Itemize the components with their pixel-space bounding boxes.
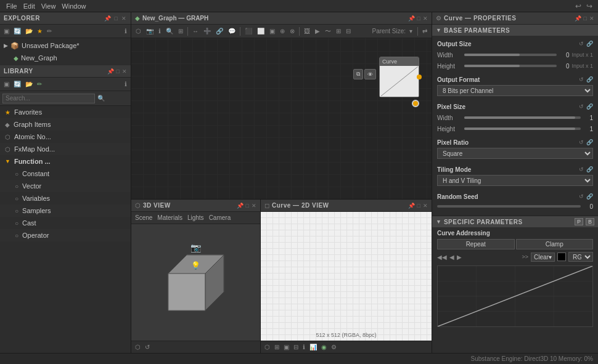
graph-tool-anim[interactable]: ▶ — [313, 27, 322, 35]
view3d-pin-btn[interactable]: 📌 — [237, 203, 244, 209]
view3d-close-btn[interactable]: ✕ — [252, 203, 256, 209]
tiling-mode-select[interactable]: H and V Tiling — [437, 175, 593, 186]
rgb-channel-select[interactable]: RGB — [568, 252, 593, 262]
library-item-atomic[interactable]: ⬡ Atomic No... — [0, 131, 131, 143]
curve-next-btn[interactable]: ▶ — [457, 254, 462, 261]
graph-tool-camera[interactable]: 📷 — [144, 27, 155, 35]
graph-tool-more[interactable]: ⊞ — [334, 27, 343, 35]
curve-clear-btn[interactable]: Clear▾ — [531, 253, 555, 262]
graph-tool-select[interactable]: ⬡ — [134, 27, 143, 35]
lib-tool-4[interactable]: ✏ — [36, 80, 43, 88]
pixel-height-slider[interactable] — [464, 127, 581, 130]
library-close-btn[interactable]: ✕ — [122, 68, 127, 75]
graph-tool-7[interactable]: ▣ — [268, 27, 277, 35]
graph-tool-move[interactable]: ↔ — [190, 27, 200, 35]
parent-size-dropdown[interactable]: ▾ — [407, 28, 415, 34]
library-pin-btn[interactable]: 📌 — [107, 68, 114, 75]
graph-max-btn[interactable]: □ — [417, 15, 420, 22]
output-format-reset-btn[interactable]: ↺ — [579, 76, 584, 83]
view-3d-menu-camera[interactable]: Camera — [209, 214, 231, 221]
library-item-fxmap[interactable]: ⬡ FxMap Nod... — [0, 143, 131, 155]
library-max-btn[interactable]: □ — [117, 68, 120, 75]
copy-btn[interactable]: ⧉ — [353, 69, 363, 79]
specific-params-p-btn[interactable]: P — [575, 218, 583, 225]
2d-tool-8[interactable]: ⚙ — [330, 343, 338, 351]
random-seed-slider[interactable] — [437, 205, 581, 208]
view-3d-menu-scene[interactable]: Scene — [135, 214, 152, 221]
3d-tool-1[interactable]: ⬡ — [134, 343, 142, 351]
lib-tool-2[interactable]: 🔄 — [12, 80, 22, 88]
library-item-vector[interactable]: ○ Vector — [0, 180, 131, 192]
library-item-function[interactable]: ▼ Function ... — [0, 155, 131, 168]
lib-tool-1[interactable]: ▣ — [2, 80, 10, 88]
graph-close-btn[interactable]: ✕ — [423, 15, 428, 22]
pixel-ratio-select[interactable]: Square — [437, 148, 593, 159]
2d-tool-5[interactable]: ℹ — [301, 343, 306, 351]
graph-tool-info[interactable]: ℹ — [157, 27, 163, 35]
tiling-reset-btn[interactable]: ↺ — [579, 166, 584, 172]
graph-tool-comment[interactable]: 💬 — [226, 27, 237, 35]
menu-window[interactable]: Window — [59, 2, 88, 10]
props-max-btn[interactable]: □ — [584, 15, 587, 22]
view-3d-menu-lights[interactable]: Lights — [187, 214, 204, 221]
curve-prev-btn[interactable]: ◀ — [449, 254, 454, 261]
library-search-input[interactable] — [2, 94, 95, 103]
view-3d-canvas[interactable]: 📷 💡 — [131, 224, 260, 341]
view2d-close-btn[interactable]: ✕ — [423, 203, 428, 209]
props-pin-btn[interactable]: 📌 — [575, 15, 581, 22]
menu-file[interactable]: File — [4, 2, 20, 10]
view2d-max-btn[interactable]: □ — [417, 203, 420, 209]
explorer-info-icon[interactable]: ℹ — [123, 27, 128, 35]
pixel-size-link-btn[interactable]: 🔗 — [586, 103, 593, 110]
graph-tool-link[interactable]: 🔗 — [214, 27, 225, 35]
2d-tool-2[interactable]: ⊞ — [273, 343, 281, 351]
explorer-max-btn[interactable]: □ — [114, 15, 118, 22]
2d-tool-1[interactable]: ⬡ — [263, 343, 271, 351]
specific-params-header[interactable]: ▼ SPECIFIC PARAMETERS P B — [432, 216, 598, 227]
graph-tool-fit[interactable]: ⊞ — [176, 27, 185, 35]
view-3d-menu-materials[interactable]: Materials — [157, 214, 182, 221]
graph-tool-8[interactable]: ⊕ — [278, 27, 287, 35]
curve-repeat-btn[interactable]: Repeat — [437, 239, 515, 249]
pixel-width-slider[interactable] — [464, 116, 581, 119]
output-format-link-btn[interactable]: 🔗 — [586, 76, 593, 83]
graph-node-curve[interactable]: Curve — [379, 57, 419, 97]
library-item-constant[interactable]: ○ Constant — [0, 168, 131, 180]
output-size-link-btn[interactable]: 🔗 — [586, 41, 593, 47]
output-indicator[interactable] — [412, 100, 419, 107]
lib-tool-3[interactable]: 📂 — [24, 80, 34, 88]
graph-tool-nav[interactable]: ⇄ — [420, 27, 429, 35]
output-height-slider[interactable] — [464, 65, 557, 67]
library-item-samplers[interactable]: ○ Samplers — [0, 204, 131, 217]
curve-clamp-btn[interactable]: Clamp — [516, 239, 594, 249]
graph-tool-9[interactable]: ⊗ — [288, 27, 297, 35]
graph-tool-search[interactable]: 🔍 — [164, 27, 175, 35]
color-swatch[interactable] — [557, 253, 566, 261]
explorer-package-item[interactable]: ▶ 📦 Unsaved Package* — [0, 39, 131, 52]
node-output-port[interactable] — [417, 75, 422, 79]
random-seed-link-btn[interactable]: 🔗 — [586, 193, 593, 200]
lib-info-icon[interactable]: ℹ — [123, 80, 128, 88]
view3d-max-btn[interactable]: □ — [246, 203, 249, 209]
view-btn[interactable]: 👁 — [364, 69, 376, 79]
pixel-ratio-reset-btn[interactable]: ↺ — [579, 139, 584, 145]
graph-tool-add[interactable]: ➕ — [202, 27, 213, 35]
props-close-btn[interactable]: ✕ — [589, 15, 594, 22]
explorer-tool-4[interactable]: ★ — [36, 27, 44, 35]
explorer-tool-5[interactable]: ✏ — [46, 27, 53, 35]
2d-tool-3[interactable]: ▣ — [282, 343, 290, 351]
graph-tool-curve[interactable]: 〜 — [323, 26, 333, 36]
output-size-reset-btn[interactable]: ↺ — [579, 41, 584, 47]
curve-prev-prev-btn[interactable]: ◀◀ — [437, 254, 447, 261]
graph-tool-5[interactable]: ⬛ — [243, 27, 254, 35]
curve-graph[interactable] — [437, 265, 593, 327]
explorer-tool-1[interactable]: ▣ — [2, 27, 10, 35]
library-item-variables[interactable]: ○ Variables — [0, 192, 131, 204]
graph-tool-img[interactable]: 🖼 — [302, 27, 312, 35]
explorer-graph-item[interactable]: ◆ New_Graph — [0, 52, 131, 64]
2d-tool-6[interactable]: 📊 — [308, 343, 318, 351]
graph-tool-6[interactable]: ⬜ — [255, 27, 266, 35]
tiling-link-btn[interactable]: 🔗 — [586, 166, 593, 172]
base-params-header[interactable]: ▼ BASE PARAMETERS — [432, 25, 598, 36]
pixel-size-reset-btn[interactable]: ↺ — [579, 103, 584, 110]
